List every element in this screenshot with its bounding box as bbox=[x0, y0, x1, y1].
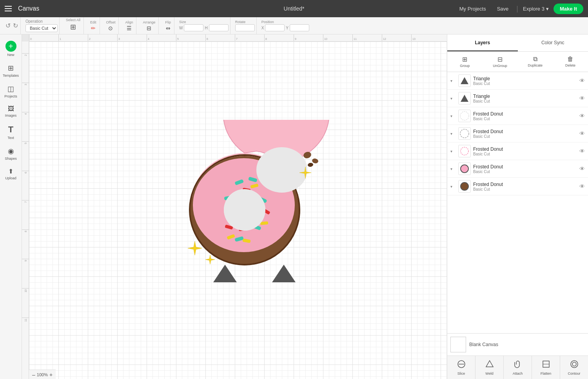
visibility-toggle[interactable]: 👁 bbox=[579, 183, 585, 190]
offset-button[interactable]: Offset ⊙ bbox=[105, 20, 117, 32]
align-icon: ☰ bbox=[127, 25, 132, 31]
slice-button[interactable]: Slice bbox=[447, 356, 475, 379]
images-icon: 🖼 bbox=[8, 105, 14, 112]
flatten-button[interactable]: Flatten bbox=[532, 356, 560, 379]
save-button[interactable]: Save bbox=[494, 4, 512, 13]
zoom-level: 100% bbox=[37, 372, 48, 377]
size-group: Size W H bbox=[178, 17, 230, 34]
sidebar-item-shapes[interactable]: ◉ Shapes bbox=[1, 144, 21, 164]
layer-item[interactable]: ▾ Frosted Donut Basic Cut 👁 bbox=[447, 160, 588, 178]
sidebar-text-label: Text bbox=[7, 136, 14, 140]
canvas-content bbox=[29, 42, 447, 370]
layer-item[interactable]: ▾ Triangle Basic Cut 👁 bbox=[447, 72, 588, 90]
flatten-icon bbox=[542, 360, 550, 370]
layer-item[interactable]: ▾ Frosted Donut Basic Cut 👁 bbox=[447, 178, 588, 195]
svg-point-29 bbox=[312, 158, 319, 164]
zoom-in-button[interactable]: + bbox=[49, 372, 53, 378]
position-group: Position X Y bbox=[260, 17, 311, 34]
select-all-label: Select All bbox=[66, 18, 80, 22]
y-input[interactable] bbox=[290, 24, 309, 31]
tab-color-sync[interactable]: Color Sync bbox=[518, 34, 588, 51]
delete-button[interactable]: 🗑 Delete bbox=[553, 53, 588, 70]
sidebar-item-projects[interactable]: ◫ Projects bbox=[1, 81, 21, 101]
nav-left: Canvas bbox=[5, 5, 39, 12]
explore-button[interactable]: Explore 3 ▾ bbox=[523, 6, 549, 12]
weld-button[interactable]: Weld bbox=[475, 356, 504, 379]
layer-thumbnail bbox=[458, 127, 471, 140]
layer-thumbnail bbox=[458, 162, 471, 175]
undo-button[interactable]: ↺ bbox=[5, 21, 11, 30]
svg-marker-36 bbox=[486, 361, 493, 367]
contour-icon bbox=[570, 360, 579, 370]
layer-item[interactable]: ▾ Frosted Donut Basic Cut 👁 bbox=[447, 125, 588, 143]
operation-select[interactable]: Basic Cut bbox=[25, 24, 58, 32]
height-input[interactable] bbox=[209, 24, 229, 31]
expand-icon: ▾ bbox=[450, 96, 456, 101]
rotate-label: Rotate bbox=[235, 20, 255, 24]
layer-item[interactable]: ▾ Frosted Donut Basic Cut 👁 bbox=[447, 143, 588, 160]
x-input[interactable] bbox=[265, 24, 285, 31]
group-button[interactable]: ⊞ Group bbox=[447, 53, 483, 70]
offset-icon: ⊙ bbox=[108, 25, 113, 31]
visibility-toggle[interactable]: 👁 bbox=[579, 78, 585, 84]
document-title: Untitled* bbox=[284, 5, 305, 12]
svg-point-27 bbox=[224, 189, 265, 231]
visibility-toggle[interactable]: 👁 bbox=[579, 166, 585, 172]
expand-icon: ▾ bbox=[450, 167, 456, 171]
tab-layers[interactable]: Layers bbox=[447, 34, 518, 51]
canvas-area[interactable]: 0 1 2 3 4 5 6 7 8 9 10 11 12 13 2 3 4 bbox=[22, 34, 447, 379]
svg-point-33 bbox=[461, 147, 468, 155]
sidebar-upload-label: Upload bbox=[5, 176, 16, 180]
sidebar-item-templates[interactable]: ⊞ Templates bbox=[1, 61, 21, 81]
sidebar-item-text[interactable]: T Text bbox=[1, 121, 21, 143]
select-all-icon: ⊞ bbox=[70, 23, 76, 31]
sidebar-new-label: New bbox=[7, 53, 14, 57]
visibility-toggle[interactable]: 👁 bbox=[579, 95, 585, 101]
edit-button[interactable]: Edit ✏ bbox=[89, 20, 98, 32]
flip-button[interactable]: Flip ⇔ bbox=[163, 20, 172, 32]
left-sidebar: + New ⊞ Templates ◫ Projects 🖼 Images T … bbox=[0, 34, 22, 379]
contour-button[interactable]: Contour bbox=[560, 356, 588, 379]
duplicate-button[interactable]: ⧉ Duplicate bbox=[518, 53, 553, 70]
visibility-toggle[interactable]: 👁 bbox=[579, 113, 585, 119]
rotate-input[interactable] bbox=[235, 24, 255, 31]
hamburger-menu[interactable] bbox=[5, 6, 12, 11]
redo-button[interactable]: ↻ bbox=[12, 21, 19, 30]
shapes-icon: ◉ bbox=[8, 147, 14, 155]
sparkle-bottom-left bbox=[188, 241, 202, 255]
ungroup-icon: ⊟ bbox=[497, 56, 503, 63]
expand-icon: ▾ bbox=[450, 149, 456, 153]
app-title: Canvas bbox=[18, 5, 39, 12]
layers-list: ▾ Triangle Basic Cut 👁 ▾ Triangle Bas bbox=[447, 72, 588, 333]
arrange-icon: ⊟ bbox=[147, 25, 151, 31]
attach-button[interactable]: Attach bbox=[504, 356, 532, 379]
layer-thumbnail bbox=[458, 74, 471, 87]
make-it-button[interactable]: Make It bbox=[554, 4, 583, 14]
layer-thumbnail bbox=[458, 92, 471, 105]
layer-item[interactable]: ▾ Triangle Basic Cut 👁 bbox=[447, 90, 588, 107]
layer-item[interactable]: ▾ Frosted Donut Basic Cut 👁 bbox=[447, 107, 588, 125]
delete-icon: 🗑 bbox=[567, 56, 573, 63]
select-all-button[interactable]: Select All ⊞ bbox=[64, 17, 82, 32]
sidebar-item-new[interactable]: + New bbox=[1, 38, 21, 60]
width-input[interactable] bbox=[184, 24, 203, 31]
align-button[interactable]: Align ☰ bbox=[123, 20, 134, 32]
arrange-button[interactable]: Arrange ⊟ bbox=[141, 20, 157, 32]
layer-info: Frosted Donut Basic Cut bbox=[473, 164, 577, 174]
zoom-control: – 100% + bbox=[29, 370, 56, 379]
my-projects-button[interactable]: My Projects bbox=[456, 4, 489, 13]
slice-icon bbox=[457, 360, 466, 370]
layer-thumbnail bbox=[458, 145, 471, 157]
panel-bottom: Blank Canvas bbox=[447, 333, 588, 356]
sidebar-item-upload[interactable]: ⬆ Upload bbox=[1, 164, 21, 183]
visibility-toggle[interactable]: 👁 bbox=[579, 130, 585, 137]
sidebar-images-label: Images bbox=[5, 114, 17, 117]
sidebar-item-images[interactable]: 🖼 Images bbox=[1, 102, 21, 121]
position-label: Position bbox=[261, 20, 309, 24]
ungroup-button[interactable]: ⊟ UnGroup bbox=[483, 53, 518, 70]
chevron-down-icon: ▾ bbox=[546, 6, 549, 12]
visibility-toggle[interactable]: 👁 bbox=[579, 148, 585, 154]
zoom-out-button[interactable]: – bbox=[32, 372, 35, 378]
flip-icon: ⇔ bbox=[166, 25, 171, 31]
expand-icon: ▾ bbox=[450, 132, 456, 136]
